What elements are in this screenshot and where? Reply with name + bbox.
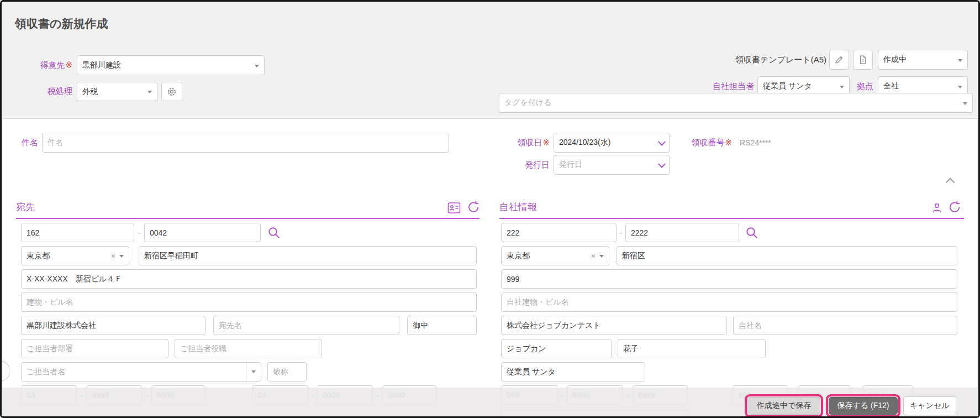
company-city-input[interactable]: 新宿区 <box>617 246 957 265</box>
company-address2-value: 999 <box>507 275 519 284</box>
chevron-down-icon <box>958 86 962 91</box>
chevron-down-icon <box>958 59 962 64</box>
company-building-placeholder: 自社建物・ビル名 <box>507 297 569 307</box>
recipient-company-input[interactable]: 黒部川建設株式会社 <box>21 316 206 335</box>
cancel-button[interactable]: キャンセル <box>903 396 956 415</box>
person-icon <box>931 202 943 214</box>
recipient-address2-input[interactable]: X-XX-XXXX 新宿ビル４Ｆ <box>21 269 477 289</box>
status-select[interactable]: 作成中 <box>878 50 968 70</box>
recipient-section-title: 宛先 <box>16 201 35 213</box>
recipient-contact-dept-placeholder: ご担当者部署 <box>27 344 73 354</box>
required-mark: ※ <box>542 138 550 148</box>
company-person-lastname-input[interactable]: ジョブカン <box>501 339 612 358</box>
company-city-value: 新宿区 <box>622 251 645 261</box>
recipient-postal2-value: 0042 <box>150 228 167 237</box>
address-book-icon <box>447 202 461 214</box>
save-draft-button[interactable]: 作成途中で保存 <box>747 397 820 415</box>
recipient-contact-dept-input[interactable]: ご担当者部署 <box>21 339 168 358</box>
recipient-postal1-input[interactable]: 162 <box>21 223 134 242</box>
divider <box>246 363 246 381</box>
chevron-down-icon <box>119 255 124 260</box>
recipient-name-placeholder: 宛先名 <box>219 321 242 331</box>
company-building-input[interactable]: 自社建物・ビル名 <box>501 292 957 312</box>
recipient-section-underline <box>16 218 480 219</box>
chevron-down-icon <box>658 160 666 168</box>
template-preview-button[interactable] <box>853 50 873 70</box>
receipt-no-label-text: 領収番号 <box>691 138 724 148</box>
customer-select[interactable]: 黒部川建設 <box>77 55 265 75</box>
search-icon <box>745 226 759 240</box>
recipient-contact-name-select[interactable]: ご担当者名 <box>21 362 261 382</box>
required-mark: ※ <box>65 60 72 70</box>
chevron-down-icon <box>251 370 256 375</box>
clear-icon[interactable]: × <box>591 252 596 260</box>
company-address2-input[interactable]: 999 <box>501 269 957 289</box>
company-name-input[interactable]: 株式会社ジョブカンテスト <box>501 316 727 335</box>
refresh-icon <box>467 201 480 214</box>
company-postal2-input[interactable]: 2222 <box>625 223 739 242</box>
company-prefecture-value: 東京都 <box>507 251 530 261</box>
customer-value: 黒部川建設 <box>82 60 121 70</box>
company-postal-search-button[interactable] <box>745 226 759 240</box>
receipt-no-label: 領収番号※ <box>673 133 732 153</box>
tag-input[interactable]: タグを付ける <box>499 93 973 113</box>
edit-template-button[interactable] <box>829 50 849 70</box>
recipient-postal1-value: 162 <box>27 228 39 237</box>
recipient-building-input[interactable]: 建物・ビル名 <box>21 292 477 312</box>
tax-select[interactable]: 外税 <box>77 82 157 101</box>
recipient-honorific-input[interactable]: 御中 <box>407 316 477 335</box>
refresh-icon <box>948 201 961 214</box>
chevron-down-icon <box>658 138 666 146</box>
document-icon <box>858 55 868 65</box>
gear-button[interactable] <box>161 82 182 101</box>
company-person-firstname-input[interactable]: 花子 <box>618 339 766 358</box>
company-postal1-input[interactable]: 222 <box>501 223 617 242</box>
save-button[interactable]: 保存する (F12) <box>829 397 898 415</box>
recipient-building-placeholder: 建物・ビル名 <box>27 297 73 307</box>
recipient-postal-search-button[interactable] <box>267 226 281 240</box>
recipient-addressbook-button[interactable] <box>447 202 461 214</box>
required-mark: ※ <box>725 138 732 148</box>
company-section-underline <box>499 218 964 219</box>
company-prefecture-select[interactable]: 東京都 × <box>501 246 609 265</box>
customer-label-text: 得意先 <box>40 60 65 71</box>
tax-value: 外税 <box>82 87 98 97</box>
receipt-create-window: 領収書の新規作成 得意先※ 黒部川建設 税処理 外税 領収書テンプレート(A5)… <box>0 0 980 418</box>
chevron-down-icon <box>147 91 152 96</box>
company-person-lastname-value: ジョブカン <box>507 344 546 354</box>
save-highlight-ring: 保存する (F12) <box>826 394 900 417</box>
recipient-refresh-button[interactable] <box>466 201 481 214</box>
tax-label: 税処理 <box>13 82 72 101</box>
company-postal1-value: 222 <box>507 228 519 237</box>
company-staff-value: 従業員 サンタ <box>507 367 556 377</box>
recipient-name-input[interactable]: 宛先名 <box>213 316 399 335</box>
company-name2-input[interactable]: 自社名 <box>733 316 957 335</box>
branch-value: 全社 <box>883 81 899 91</box>
subject-input[interactable]: 件名 <box>42 133 449 153</box>
separator: - <box>135 223 144 242</box>
company-name-value: 株式会社ジョブカンテスト <box>507 321 601 331</box>
recipient-postal2-input[interactable]: 0042 <box>144 223 261 242</box>
collapse-section-button[interactable] <box>941 176 960 189</box>
chevron-up-icon <box>946 178 955 187</box>
recipient-honorific2-input[interactable]: 敬称 <box>267 362 307 382</box>
company-staff-input[interactable]: 従業員 サンタ <box>501 362 645 382</box>
chevron-down-icon <box>599 255 604 260</box>
recipient-prefecture-value: 東京都 <box>27 251 50 261</box>
page-title: 領収書の新規作成 <box>15 16 108 32</box>
company-person-button[interactable] <box>931 202 943 214</box>
company-person-firstname-value: 花子 <box>623 344 639 354</box>
receipt-date-value: 2024/10/23(水) <box>559 138 610 148</box>
recipient-contact-title-input[interactable]: ご担当者役職 <box>175 339 322 358</box>
customer-label: 得意先※ <box>13 55 72 75</box>
company-refresh-button[interactable] <box>947 201 962 214</box>
issue-date-picker-button[interactable] <box>655 155 670 175</box>
recipient-prefecture-select[interactable]: 東京都 × <box>21 246 129 265</box>
receipt-date-input[interactable]: 2024/10/23(水) <box>554 133 655 153</box>
receipt-date-picker-button[interactable] <box>655 133 670 153</box>
recipient-honorific2-placeholder: 敬称 <box>273 367 288 377</box>
recipient-city-input[interactable]: 新宿区早稲田町 <box>139 246 477 265</box>
clear-icon[interactable]: × <box>111 252 115 260</box>
subject-placeholder: 件名 <box>48 138 63 148</box>
issue-date-input[interactable]: 発行日 <box>554 155 655 175</box>
